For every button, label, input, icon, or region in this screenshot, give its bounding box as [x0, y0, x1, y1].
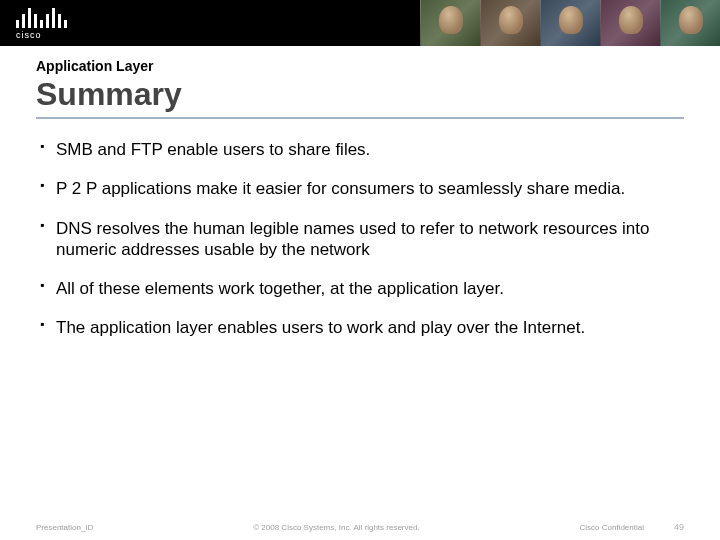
- banner-photo: [480, 0, 540, 46]
- banner-photo: [600, 0, 660, 46]
- footer-page-number: 49: [674, 522, 684, 532]
- footer-confidential: Cisco Confidential: [580, 523, 644, 532]
- bullet-item: All of these elements work together, at …: [40, 278, 684, 299]
- slide-eyebrow: Application Layer: [36, 58, 684, 74]
- footer-copyright: © 2008 Cisco Systems, Inc. All rights re…: [93, 523, 579, 532]
- slide-footer: Presentation_ID © 2008 Cisco Systems, In…: [0, 522, 720, 532]
- banner-photo: [540, 0, 600, 46]
- bullet-item: P 2 P applications make it easier for co…: [40, 178, 684, 199]
- banner-photos: [420, 0, 720, 46]
- cisco-logo-text: cisco: [16, 30, 67, 40]
- bullet-list: SMB and FTP enable users to share files.…: [36, 139, 684, 339]
- top-banner: cisco: [0, 0, 720, 46]
- banner-photo: [660, 0, 720, 46]
- bullet-item: The application layer enables users to w…: [40, 317, 684, 338]
- banner-photo: [420, 0, 480, 46]
- slide-title: Summary: [36, 76, 684, 119]
- cisco-logo-bars: [16, 6, 67, 28]
- bullet-item: DNS resolves the human legible names use…: [40, 218, 684, 261]
- cisco-logo: cisco: [16, 6, 67, 40]
- footer-presentation-id: Presentation_ID: [36, 523, 93, 532]
- slide-content: Application Layer Summary SMB and FTP en…: [0, 46, 720, 339]
- bullet-item: SMB and FTP enable users to share files.: [40, 139, 684, 160]
